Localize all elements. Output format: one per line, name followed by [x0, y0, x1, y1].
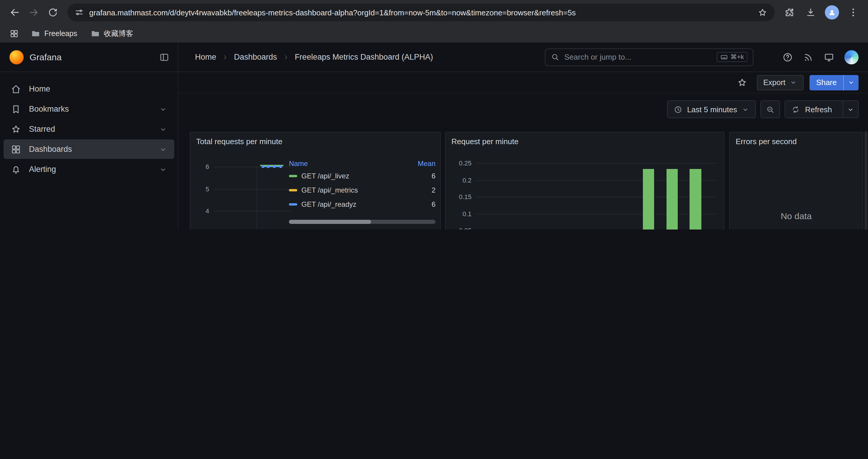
- star-icon: [11, 124, 21, 134]
- sidebar-collapse-icon[interactable]: [159, 52, 169, 62]
- y-axis: 0.25 0.2 0.15 0.1 0.05 0: [450, 163, 471, 230]
- news-rss-icon[interactable]: [803, 52, 814, 62]
- chevron-down-icon[interactable]: [159, 105, 167, 113]
- keyboard-icon: [720, 53, 728, 61]
- legend-table: Name Mean GET /api/_livez 6: [289, 158, 435, 224]
- time-range-picker[interactable]: Last 5 minutes: [667, 100, 756, 118]
- grafana-app: Grafana Home Bookmarks: [0, 42, 868, 230]
- folder-icon: [90, 29, 99, 38]
- breadcrumb: Home Dashboards Freeleaps Metrics Dashbo…: [195, 53, 433, 61]
- sidebar-item-label: Home: [29, 85, 50, 93]
- sidebar-item-alerting[interactable]: Alerting: [4, 160, 174, 179]
- legend-series-toggle[interactable]: GET /api/_livez: [289, 172, 402, 180]
- bookmark-label: 收藏博客: [104, 29, 133, 39]
- chevron-right-icon: [282, 54, 289, 61]
- monitor-icon[interactable]: [824, 52, 834, 62]
- bookmark-star-icon[interactable]: [757, 7, 768, 18]
- share-button[interactable]: Share: [810, 75, 859, 90]
- legend-horizontal-scrollbar[interactable]: [289, 220, 435, 224]
- reload-button[interactable]: [44, 4, 61, 21]
- apps-grid-icon[interactable]: [7, 27, 21, 41]
- no-data-message: No data: [730, 148, 863, 230]
- favorite-star-icon[interactable]: [737, 77, 747, 88]
- sidebar-item-label: Dashboards: [29, 145, 72, 154]
- chevron-down-icon: [790, 78, 797, 86]
- panel-title[interactable]: Total requests per minute: [196, 137, 282, 146]
- search-icon: [551, 53, 560, 61]
- legend-series-name: GET /api/_livez: [301, 172, 349, 180]
- folder-icon: [31, 29, 40, 38]
- legend-series-name: GET /api/_readyz: [301, 200, 356, 208]
- dashboards-grid-icon: [11, 144, 21, 155]
- breadcrumb-home[interactable]: Home: [195, 53, 216, 61]
- back-button[interactable]: [6, 4, 24, 21]
- legend-col-mean[interactable]: Mean: [402, 160, 435, 168]
- extensions-icon[interactable]: [780, 4, 798, 21]
- plot-area[interactable]: 17:40: [214, 167, 291, 230]
- url-text: grafana.mathmast.com/d/deytv4rwavabkb/fr…: [89, 8, 752, 17]
- chevron-right-icon: [222, 54, 229, 61]
- sidebar-item-bookmarks[interactable]: Bookmarks: [4, 99, 174, 119]
- legend-col-name[interactable]: Name: [289, 160, 402, 168]
- legend-series-toggle[interactable]: GET /api/_metrics: [289, 186, 402, 194]
- panel-errors-per-second[interactable]: Errors per second No data: [729, 132, 863, 230]
- sidebar-item-dashboards[interactable]: Dashboards: [4, 139, 174, 159]
- bookmark-folder-blogs[interactable]: 收藏博客: [87, 27, 137, 41]
- user-avatar[interactable]: [844, 50, 859, 64]
- dashboard-canvas[interactable]: Last 5 minutes: [179, 93, 868, 230]
- grafana-logo[interactable]: [9, 50, 24, 64]
- bar-2xx: [690, 169, 701, 230]
- sidebar-item-starred[interactable]: Starred: [4, 119, 174, 139]
- sidebar-item-home[interactable]: Home: [4, 79, 174, 99]
- legend-series-toggle[interactable]: GET /api/_readyz: [289, 200, 402, 208]
- chevron-down-icon[interactable]: [159, 145, 167, 153]
- search-placeholder: Search or jump to...: [564, 53, 631, 61]
- sidebar: Grafana Home Bookmarks: [0, 42, 179, 230]
- legend-row: GET /api/_metrics 2: [289, 183, 435, 197]
- bar-2xx: [643, 169, 654, 230]
- toolbar-right: [780, 4, 862, 21]
- breadcrumb-current: Freeleaps Metrics Dashboard (ALPHA): [295, 53, 433, 61]
- app-header: Home Dashboards Freeleaps Metrics Dashbo…: [179, 42, 868, 72]
- search-input[interactable]: Search or jump to... ⌘+k: [545, 48, 753, 66]
- vertical-scrollbar[interactable]: [864, 131, 867, 230]
- bar-2xx: [666, 169, 678, 230]
- zoom-out-button[interactable]: [761, 100, 780, 118]
- bookmarks-bar: Freeleaps 收藏博客: [0, 25, 868, 42]
- legend-row: GET /api/_readyz 6: [289, 197, 435, 211]
- site-settings-icon[interactable]: [74, 8, 84, 17]
- panel-total-requests[interactable]: Total requests per minute 6 5 4 3 2: [190, 132, 441, 230]
- panel-request-per-minute[interactable]: Request per minute 0.25 0.2 0.15 0.1 0.0…: [445, 132, 724, 230]
- time-controls: Last 5 minutes: [667, 100, 859, 118]
- legend-row: GET /api/_livez 6: [289, 169, 435, 183]
- breadcrumb-dashboards[interactable]: Dashboards: [234, 53, 277, 61]
- refresh-action[interactable]: Refresh: [785, 101, 838, 118]
- y-axis: 6 5 4 3 2: [194, 167, 209, 230]
- chevron-down-icon[interactable]: [159, 165, 167, 173]
- profile-avatar[interactable]: [823, 4, 841, 21]
- bookmark-icon: [11, 104, 21, 114]
- panel-title[interactable]: Errors per second: [736, 137, 797, 146]
- chevron-down-icon: [742, 105, 749, 113]
- series-color-chip: [289, 189, 297, 191]
- bookmark-folder-freeleaps[interactable]: Freeleaps: [27, 27, 81, 41]
- zoom-out-icon: [766, 105, 775, 114]
- bar-chart[interactable]: 0.25 0.2 0.15 0.1 0.05 0: [450, 163, 720, 230]
- url-bar[interactable]: grafana.mathmast.com/d/deytv4rwavabkb/fr…: [67, 4, 775, 21]
- downloads-icon[interactable]: [802, 4, 819, 21]
- panel-title[interactable]: Request per minute: [452, 137, 519, 146]
- help-icon[interactable]: [782, 52, 793, 62]
- timeseries-chart[interactable]: 6 5 4 3 2: [194, 167, 292, 230]
- share-label[interactable]: Share: [810, 75, 843, 90]
- bell-icon: [11, 164, 21, 174]
- sidebar-item-label: Starred: [29, 125, 55, 133]
- refresh-interval-chevron-icon[interactable]: [843, 101, 858, 118]
- forward-button[interactable]: [25, 4, 42, 21]
- export-button[interactable]: Export: [756, 75, 804, 90]
- browser-menu-icon[interactable]: [844, 4, 862, 21]
- chevron-down-icon[interactable]: [159, 125, 167, 133]
- share-menu-chevron-icon[interactable]: [843, 75, 859, 90]
- plot-area[interactable]: 17:37:00 17:38:00 17:39:00 17:40:00 17:4…: [476, 163, 716, 230]
- series-color-chip: [289, 203, 297, 205]
- legend-header: Name Mean: [289, 158, 435, 169]
